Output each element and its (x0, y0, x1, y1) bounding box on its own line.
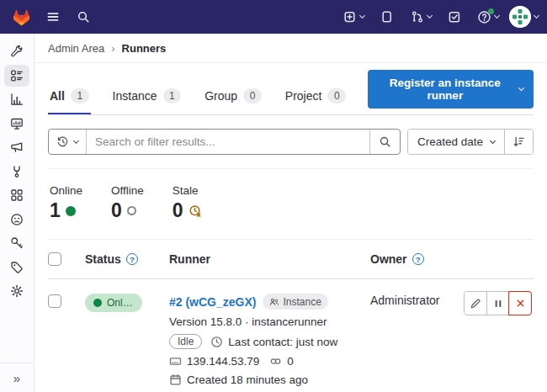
select-all-checkbox[interactable] (48, 252, 61, 266)
monitor-icon (10, 117, 24, 130)
online-dot-icon (93, 299, 102, 307)
stale-clock-x-icon (189, 204, 202, 218)
pause-runner-button[interactable] (486, 292, 508, 315)
chevron-down-icon (490, 137, 496, 143)
todo-check-icon (448, 10, 461, 24)
stat-label: Offline (111, 184, 144, 197)
tab-label: Instance (113, 89, 157, 103)
sort-direction-button[interactable] (504, 130, 533, 154)
breadcrumb-admin-area-link[interactable]: Admin Area (48, 42, 104, 55)
delete-runner-button[interactable] (508, 291, 532, 315)
identicon (509, 6, 531, 28)
megaphone-icon (10, 140, 24, 154)
tab-instance[interactable]: Instance 1 (111, 78, 183, 114)
online-badge-label: Online (107, 297, 134, 309)
runner-name-link[interactable]: #2 (wCG_zeGX) (169, 295, 256, 309)
breadcrumb: Admin Area › Runners (35, 34, 547, 63)
help-icon-wrap (477, 10, 491, 24)
tab-all[interactable]: All 1 (48, 78, 91, 114)
chevron-down-icon (426, 13, 432, 19)
issues-button[interactable] (374, 4, 400, 29)
submit-search-button[interactable] (369, 130, 400, 154)
filter-bar: Created date (48, 129, 534, 155)
global-search-button[interactable] (71, 4, 96, 29)
sidebar-toggle-button[interactable] (40, 4, 66, 29)
pause-icon (493, 299, 503, 309)
gitlab-tanuki-icon (11, 7, 32, 27)
breadcrumb-separator-icon: › (111, 42, 114, 55)
runner-column-header: Runner (169, 252, 370, 266)
chevron-double-right-icon: » (13, 371, 20, 385)
chevron-down-icon (73, 137, 79, 143)
status-column-header: Status ? (85, 252, 169, 266)
sidebar-item-abuse-reports[interactable] (4, 209, 29, 230)
tab-group[interactable]: Group 0 (203, 78, 263, 114)
recent-searches-button[interactable] (49, 130, 87, 154)
people-icon (269, 297, 279, 307)
runner-type-badge: Instance (263, 294, 327, 310)
stat-label: Stale (173, 184, 202, 197)
sort-descending-icon (512, 135, 525, 148)
sidebar-item-applications[interactable] (4, 184, 29, 206)
owner-link[interactable]: Administrator (370, 294, 439, 307)
sidebar-item-deploy-keys[interactable] (4, 232, 29, 254)
search-icon (77, 10, 90, 24)
tab-count-badge: 1 (71, 88, 89, 103)
user-avatar (509, 6, 531, 28)
sort-by-dropdown[interactable]: Created date (408, 130, 504, 154)
sidebar-item-labels[interactable] (4, 257, 29, 278)
runner-created-line: Created 18 minutes ago (169, 373, 370, 386)
chevron-down-icon (534, 13, 539, 19)
edit-runner-button[interactable] (465, 292, 486, 315)
breadcrumb-current-page: Runners (122, 42, 167, 55)
linked-jobs-count: 0 (287, 355, 294, 368)
todos-button[interactable] (442, 4, 467, 29)
navbar-left (7, 3, 96, 31)
overview-icon (10, 69, 24, 82)
top-navbar (0, 0, 547, 34)
register-instance-runner-button[interactable]: Register an instance runner (368, 70, 534, 109)
online-status-badge: Online (85, 294, 142, 312)
new-menu-button[interactable] (341, 4, 366, 29)
chevron-down-icon (494, 13, 500, 19)
merge-request-icon (411, 10, 424, 24)
navbar-right (341, 4, 539, 29)
sidebar-item-overview[interactable] (4, 65, 29, 87)
sidebar-item-messages[interactable] (4, 136, 29, 158)
search-filter-input[interactable] (87, 135, 369, 148)
tab-project[interactable]: Project 0 (284, 78, 348, 114)
gitlab-logo[interactable] (7, 3, 35, 31)
chevron-down-icon (518, 85, 524, 91)
sidebar-item-admin-area[interactable] (4, 40, 29, 62)
stat-value: 0 (111, 199, 122, 222)
search-icon (379, 135, 391, 148)
plus-square-icon (343, 10, 357, 24)
runner-tabs-bar: All 1 Instance 1 Group 0 Project 0 Regis… (48, 70, 534, 115)
last-contact-text: Last contact: just now (228, 336, 337, 348)
sidebar-collapse-button[interactable]: » (0, 363, 34, 385)
register-button-label: Register an instance runner (378, 77, 512, 102)
owner-help-icon[interactable]: ? (412, 253, 424, 265)
apps-grid-icon (10, 188, 24, 202)
stat-offline: Offline 0 (111, 184, 144, 222)
admin-sidebar: » (0, 34, 35, 392)
status-help-icon[interactable]: ? (126, 253, 138, 265)
sort-by-label: Created date (417, 135, 483, 148)
frown-face-icon (10, 213, 24, 226)
runner-version-line: Version 15.8.0 · instancerunner (169, 315, 370, 328)
stat-stale: Stale 0 (173, 184, 202, 222)
sidebar-item-analytics[interactable] (4, 88, 29, 110)
close-x-icon (515, 298, 526, 309)
stat-value: 0 (173, 199, 183, 222)
sidebar-item-system-hooks[interactable] (4, 161, 29, 183)
runner-actions (464, 291, 532, 315)
tab-label: Group (204, 89, 237, 103)
user-menu-button[interactable] (509, 4, 539, 29)
select-row-checkbox[interactable] (48, 294, 61, 308)
help-menu-button[interactable] (475, 4, 501, 29)
runner-table-row: Online #2 (wCG_zeGX) Instance Version 15… (48, 279, 534, 392)
merge-requests-button[interactable] (408, 4, 433, 29)
sidebar-item-settings[interactable] (4, 280, 29, 302)
sidebar-item-monitoring[interactable] (4, 113, 29, 135)
tab-label: All (50, 89, 65, 103)
